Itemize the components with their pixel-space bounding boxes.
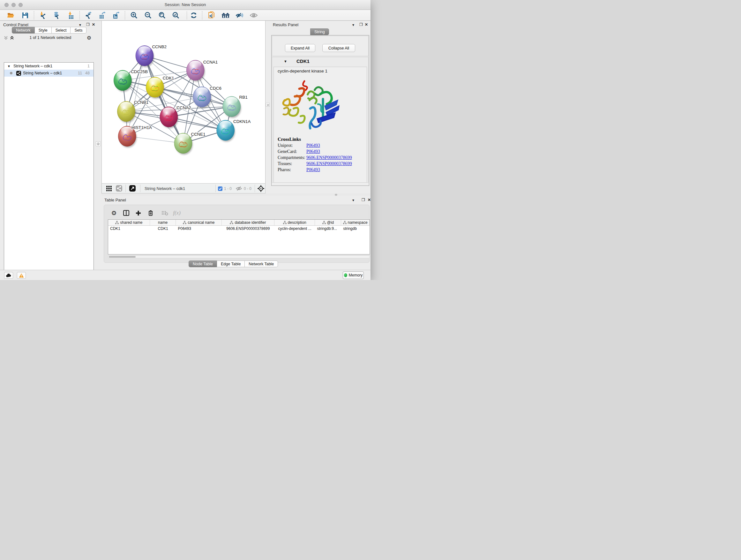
export-table-button[interactable] [98,11,107,19]
network-collection-row[interactable]: ▼ String Network – cdk1 1 [4,63,93,70]
cloud-status-button[interactable] [4,272,13,279]
crosslink-link[interactable]: P06493 [307,167,320,172]
network-node-ccne1[interactable] [174,133,193,155]
export-image-button[interactable] [111,11,120,19]
table-cell[interactable]: P06493 [176,226,222,232]
table-cell[interactable]: stringdb [341,226,369,232]
refresh-button[interactable] [189,11,198,19]
table-settings-button[interactable]: ⚙ [110,209,118,217]
selected-checkbox-icon[interactable] [218,186,222,191]
string-badge-button[interactable] [115,184,124,192]
table-cell[interactable]: CDK1 [108,226,150,232]
left-splitter-handle[interactable] [96,141,100,146]
zoom-fit-button[interactable] [158,11,166,19]
network-canvas[interactable]: CCNB2CCNA1CDC25BCDK1CDC6RB1CCNB1CCNA2CDK… [102,21,266,183]
column-header-name[interactable]: name [150,220,176,226]
collection-expand-icon[interactable]: ▼ [7,64,10,68]
network-node-cdk1[interactable] [146,77,164,99]
panel-menu-icon[interactable]: ▾ [352,198,354,202]
column-header-database-identifier[interactable]: database identifier [222,220,274,226]
gear-icon[interactable]: ⚙ [87,35,91,41]
panel-float-icon[interactable]: ❐ [86,22,90,27]
network-node-rb1[interactable] [223,97,241,118]
expand-all-button[interactable]: Expand All [285,44,315,52]
import-network-button[interactable] [39,11,48,19]
zoom-in-button[interactable] [130,11,138,19]
cloud-icon [6,273,11,277]
panel-float-icon[interactable]: ❐ [359,22,363,27]
scrollbar-thumb[interactable] [109,256,136,258]
tab-string[interactable]: String [310,28,329,35]
table-cell[interactable]: stringdb:9... [315,226,341,232]
network-node-ccna1[interactable] [186,60,205,82]
panel-close-icon[interactable]: ✕ [92,22,95,27]
hidden-eye-slash-icon[interactable] [236,186,242,191]
crosslink-link[interactable]: 9606.ENSP00000378699 [307,155,352,160]
table-cell[interactable]: CDK1 [150,226,176,232]
network-node-ccna2[interactable] [160,107,179,128]
right-splitter-handle[interactable] [266,103,270,107]
panel-close-icon[interactable]: ✕ [367,198,370,202]
function-builder-button[interactable]: f(x) [173,209,181,217]
birds-eye-button[interactable] [105,184,113,192]
table-hscrollbar[interactable] [108,255,370,258]
trash-icon [148,210,153,216]
delete-table-button[interactable] [161,209,169,217]
column-header-canonical-name[interactable]: canonical name [176,220,222,226]
crosslink-link[interactable]: P06493 [307,143,320,148]
open-in-browser-button[interactable] [128,184,137,192]
tab-edge-table[interactable]: Edge Table [217,260,245,267]
collapse-all-button[interactable]: Collapse All [322,44,355,52]
column-header-namespace[interactable]: namespace [341,220,369,226]
save-session-button[interactable] [21,11,30,19]
network-edge[interactable] [145,56,183,143]
network-node-cdc25b[interactable] [114,70,132,92]
crosslink-link[interactable]: 9606.ENSP00000378699 [307,161,352,166]
open-session-button[interactable] [6,11,15,19]
network-view-toolbar: String Network – cdk1 1 - 0 0 - 0 [102,183,266,193]
panel-float-icon[interactable]: ❐ [361,198,365,202]
panel-menu-icon[interactable]: ▾ [352,23,354,27]
network-node-cdkn1a[interactable] [217,120,235,142]
table-cell[interactable]: cyclin-dependent ... [274,226,315,232]
tab-select[interactable]: Select [52,27,71,34]
panel-close-icon[interactable]: ✕ [365,22,368,27]
results-scroll-strip[interactable] [272,182,368,185]
tab-network-table[interactable]: Network Table [245,260,278,267]
show-columns-button[interactable] [122,209,130,217]
table-cell[interactable]: 9606.ENSP00000378699 [222,226,274,232]
network-node-ccnb2[interactable] [136,46,154,67]
add-column-button[interactable] [134,209,142,217]
expand-all-chevron-icon[interactable] [10,36,14,40]
crosslink-link[interactable]: P06493 [307,149,320,154]
panel-menu-icon[interactable]: ▾ [79,23,81,27]
network-row[interactable]: String Network – cdk1 11 48 [4,70,93,77]
tab-style[interactable]: Style [35,27,52,34]
import-database-button[interactable] [52,11,61,19]
warning-status-button[interactable] [17,272,26,279]
network-node-ccnb1[interactable] [118,101,136,123]
show-eye-button[interactable] [249,11,258,19]
memory-button[interactable]: Memory [343,271,364,279]
collapse-all-chevron-icon[interactable] [4,36,8,40]
tab-network[interactable]: Network [12,27,35,34]
tab-sets[interactable]: Sets [71,27,86,34]
network-node-cdc6[interactable] [193,86,212,108]
column-header--id[interactable]: @id [315,220,341,226]
export-network-icon [85,12,92,19]
share-document-button[interactable] [207,11,216,19]
zoom-out-button[interactable] [144,11,152,19]
enable-glasses-button[interactable] [235,11,244,19]
string-home-button[interactable] [221,11,230,19]
section-collapse-icon[interactable]: ▼ [284,59,287,63]
import-table-button[interactable] [67,11,76,19]
column-header-shared-name[interactable]: shared name [108,220,150,226]
fit-selected-button[interactable] [256,184,265,192]
delete-column-button[interactable] [146,209,155,217]
export-network-button[interactable] [84,11,93,19]
horizontal-splitter[interactable] [102,193,370,196]
tab-node-table[interactable]: Node Table [189,260,217,267]
table-row[interactable]: CDK1CDK1P064939606.ENSP00000378699cyclin… [108,226,369,232]
zoom-selected-button[interactable] [172,11,180,19]
column-header-description[interactable]: description [274,220,315,226]
